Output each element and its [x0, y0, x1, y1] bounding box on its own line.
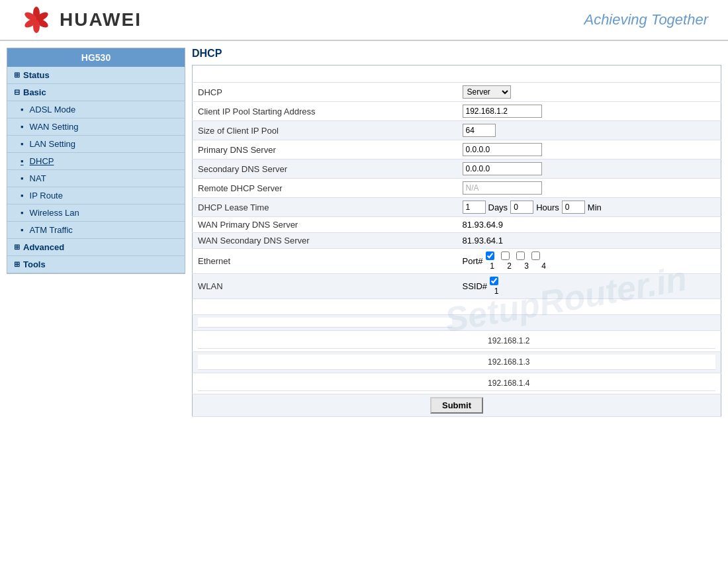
size-pool-value-cell	[457, 121, 721, 140]
wlan-ssid1-checkbox[interactable]	[490, 277, 498, 285]
submit-cell: Submit	[193, 394, 721, 417]
remote-dhcp-input[interactable]	[463, 181, 542, 195]
size-pool-input[interactable]	[463, 124, 496, 137]
dhcp-row-1-cell: 192.168.1.2	[193, 331, 721, 352]
sidebar-label-status: Status	[23, 70, 50, 80]
dhcp-row1-mac	[612, 334, 715, 349]
col-mac-address: MAC Address	[401, 318, 452, 328]
submit-button[interactable]: Submit	[430, 397, 483, 414]
wan-secondary-dns-row: WAN Secondary DNS Server 81.93.64.1	[193, 233, 721, 249]
lease-time-group: Days Hours Min	[463, 201, 716, 214]
sidebar-item-tools[interactable]: ⊞ Tools	[7, 256, 185, 273]
col-host-name: Host Name	[198, 318, 338, 328]
client-ip-pool-input[interactable]	[463, 105, 542, 118]
sidebar-item-nat[interactable]: ▪ NAT	[7, 170, 185, 187]
min-label: Min	[588, 203, 602, 212]
ethernet-row: Ethernet Port# 1	[193, 249, 721, 274]
dhcp-data-row-1: 192.168.1.2	[193, 331, 721, 352]
sidebar-label-basic: Basic	[23, 87, 46, 97]
remote-dhcp-label: Remote DHCP Server	[193, 179, 457, 198]
sidebar-item-ip-route[interactable]: ▪ IP Route	[7, 187, 185, 204]
size-pool-label: Size of Client IP Pool	[193, 121, 457, 140]
sidebar-item-atm-traffic[interactable]: ▪ ATM Traffic	[7, 222, 185, 239]
port2-label: 2	[504, 261, 515, 271]
ethernet-port4-checkbox[interactable]	[531, 251, 540, 260]
dhcp-settings-table: DHCP Settings DHCP Server Client Disable…	[192, 65, 721, 417]
wlan-row: WLAN SSID# 1	[193, 274, 721, 299]
sidebar-item-wireless-lan[interactable]: ▪ Wireless Lan	[7, 204, 185, 222]
dhcp-row3-ip: 192.168.1.4	[482, 376, 612, 391]
sidebar-label-lan-setting: LAN Setting	[30, 139, 75, 149]
bullet-adsl: ▪	[21, 105, 24, 114]
bullet-wireless: ▪	[21, 208, 24, 218]
dhcp-row3-mac	[612, 376, 715, 391]
dhcp-field-row: DHCP Server Client Disabled	[193, 83, 721, 102]
huawei-logo-icon	[20, 7, 53, 33]
expand-icon-basic: ⊟	[14, 88, 20, 97]
sidebar: HG530 ⊞ Status ⊟ Basic ▪ ADSL Mode ▪ WAN…	[7, 48, 185, 274]
dhcp-row2-ip: 192.168.1.3	[482, 355, 612, 370]
wlan-label: WLAN	[193, 274, 457, 299]
ssid-number-labels: 1	[490, 287, 502, 296]
sidebar-label-tools: Tools	[23, 259, 46, 269]
dhcp-label: DHCP	[193, 83, 457, 102]
ethernet-value-cell: Port# 1 2 3	[457, 249, 721, 274]
lease-time-row: DHCP Lease Time Days Hours Min	[193, 198, 721, 217]
dhcp-data-row-3: 192.168.1.4	[193, 373, 721, 394]
expand-icon-status: ⊞	[14, 71, 20, 79]
logo-area: HUAWEI	[20, 7, 142, 33]
expand-icon-tools: ⊞	[14, 260, 20, 269]
dhcp-select[interactable]: Server Client Disabled	[463, 85, 511, 99]
dhcp-row2-mac	[612, 355, 715, 370]
sidebar-label-nat: NAT	[30, 173, 46, 183]
ethernet-port1-checkbox[interactable]	[486, 251, 494, 260]
sidebar-label-atm-traffic: ATM Traffic	[30, 225, 73, 235]
bullet-wan: ▪	[21, 122, 24, 132]
port4-label: 4	[539, 261, 549, 271]
dhcp-value-cell: Server Client Disabled	[457, 83, 721, 102]
dhcp-table-header-cell: DHCP Table	[193, 299, 721, 315]
port-number-labels: 1 2 3 4	[486, 261, 549, 271]
lease-hours-input[interactable]	[510, 201, 533, 214]
bullet-ip-route: ▪	[21, 191, 24, 201]
sidebar-item-dhcp[interactable]: ▪ DHCP	[7, 153, 185, 170]
lease-time-label: DHCP Lease Time	[193, 198, 457, 217]
remote-dhcp-row: Remote DHCP Server	[193, 179, 721, 198]
expand-icon-advanced: ⊞	[14, 243, 20, 251]
wlan-checkbox-row	[490, 277, 502, 285]
lease-min-input[interactable]	[562, 201, 585, 214]
sidebar-item-lan-setting[interactable]: ▪ LAN Setting	[7, 136, 185, 153]
ethernet-port3-checkbox[interactable]	[516, 251, 525, 260]
primary-dns-input[interactable]	[463, 143, 542, 156]
secondary-dns-input[interactable]	[463, 162, 542, 175]
submit-row: Submit	[193, 394, 721, 417]
wlan-value-cell: SSID# 1	[457, 274, 721, 299]
ethernet-checkbox-row	[486, 251, 549, 260]
dhcp-row3-host	[198, 376, 482, 391]
sidebar-item-adsl-mode[interactable]: ▪ ADSL Mode	[7, 101, 185, 118]
dhcp-row1-host	[198, 334, 482, 349]
sidebar-label-adsl-mode: ADSL Mode	[30, 105, 76, 114]
primary-dns-row: Primary DNS Server	[193, 140, 721, 159]
dhcp-col-spacer	[457, 315, 721, 331]
tagline: Achieving Together	[584, 11, 708, 28]
main-container: HG530 ⊞ Status ⊟ Basic ▪ ADSL Mode ▪ WAN…	[0, 41, 728, 430]
sidebar-item-advanced[interactable]: ⊞ Advanced	[7, 239, 185, 256]
dhcp-col-hostname: Host Name IP Address MAC Address	[193, 315, 457, 331]
wan-primary-dns-row: WAN Primary DNS Server 81.93.64.9	[193, 217, 721, 233]
wan-primary-dns-value: 81.93.64.9	[457, 217, 721, 233]
secondary-dns-row: Secondary DNS Server	[193, 159, 721, 179]
port1-label: 1	[487, 261, 498, 271]
sidebar-label-dhcp: DHCP	[30, 156, 54, 166]
wan-secondary-dns-label: WAN Secondary DNS Server	[193, 233, 457, 249]
ethernet-port2-checkbox[interactable]	[501, 251, 510, 260]
ssid-hash-label: SSID#	[463, 281, 488, 291]
lease-days-input[interactable]	[463, 201, 486, 214]
client-ip-pool-row: Client IP Pool Starting Address	[193, 102, 721, 121]
sidebar-item-wan-setting[interactable]: ▪ WAN Setting	[7, 118, 185, 136]
sidebar-item-basic[interactable]: ⊟ Basic	[7, 84, 185, 101]
sidebar-item-status[interactable]: ⊞ Status	[7, 67, 185, 84]
ethernet-ports: 1 2 3 4	[486, 251, 549, 271]
secondary-dns-value-cell	[457, 159, 721, 179]
client-ip-pool-label: Client IP Pool Starting Address	[193, 102, 457, 121]
